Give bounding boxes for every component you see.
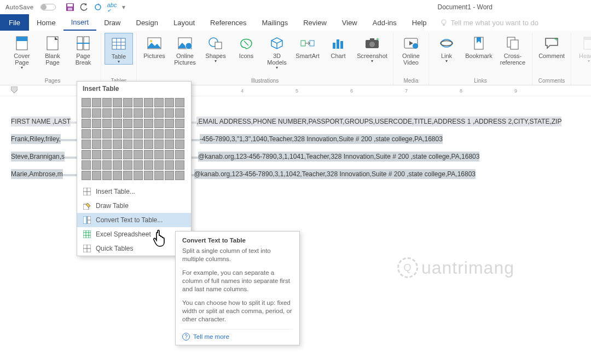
bookmark-button[interactable]: Bookmark (463, 33, 495, 66)
indent-marker-icon[interactable] (11, 86, 18, 94)
tab-review[interactable]: Review (296, 14, 334, 31)
table-grid-picker[interactable] (77, 96, 191, 184)
menu-excel-spreadsheet[interactable]: Excel Spreadsheet (77, 227, 191, 241)
grid-cell[interactable] (175, 160, 184, 170)
redo-icon[interactable] (94, 3, 102, 11)
grid-cell[interactable] (82, 150, 91, 159)
online-pictures-button[interactable]: Online Pictures (171, 33, 199, 70)
grid-cell[interactable] (113, 98, 122, 107)
tooltip-tell-me-more[interactable]: ? Tell me more (182, 329, 293, 340)
autosave-toggle[interactable] (40, 4, 56, 10)
grid-cell[interactable] (82, 98, 91, 107)
grid-cell[interactable] (113, 140, 122, 149)
grid-cell[interactable] (123, 160, 132, 170)
grid-cell[interactable] (165, 150, 174, 159)
grid-cell[interactable] (82, 119, 91, 128)
tell-me-search[interactable]: Tell me what you want to do (440, 14, 538, 31)
grid-cell[interactable] (123, 129, 132, 138)
grid-cell[interactable] (165, 119, 174, 128)
comment-button[interactable]: + Comment (536, 33, 567, 59)
table-button[interactable]: Table ▾ (105, 33, 133, 65)
grid-cell[interactable] (175, 119, 184, 128)
grid-cell[interactable] (113, 160, 122, 170)
tab-help[interactable]: Help (404, 14, 434, 31)
grid-cell[interactable] (92, 150, 101, 159)
grid-cell[interactable] (154, 129, 164, 138)
tab-addins[interactable]: Add-ins (365, 14, 404, 31)
grid-cell[interactable] (165, 129, 174, 138)
save-icon[interactable] (66, 3, 74, 11)
grid-cell[interactable] (113, 108, 122, 118)
chart-button[interactable]: Chart (324, 33, 352, 70)
grid-cell[interactable] (102, 119, 112, 128)
grid-cell[interactable] (134, 171, 143, 180)
grid-cell[interactable] (165, 98, 174, 107)
3d-models-button[interactable]: 3D Models ▾ (263, 33, 291, 70)
grid-cell[interactable] (154, 171, 164, 180)
grid-cell[interactable] (165, 160, 174, 170)
menu-draw-table[interactable]: Draw Table (77, 199, 191, 213)
grid-cell[interactable] (134, 108, 143, 118)
grid-cell[interactable] (175, 171, 184, 180)
link-button[interactable]: Link ▾ (432, 33, 461, 66)
undo-icon[interactable] (80, 3, 89, 11)
online-video-button[interactable]: Online Video (397, 33, 425, 66)
blank-page-button[interactable]: Blank Page (38, 33, 67, 70)
menu-insert-table[interactable]: Insert Table... (77, 184, 191, 199)
grid-cell[interactable] (144, 129, 153, 138)
crossref-button[interactable]: Cross- reference (497, 33, 529, 66)
menu-convert-text-to-table[interactable]: Convert Text to Table... (77, 213, 191, 227)
grid-cell[interactable] (154, 150, 164, 159)
grid-cell[interactable] (102, 108, 112, 118)
grid-cell[interactable] (165, 108, 174, 118)
grid-cell[interactable] (134, 140, 143, 149)
grid-cell[interactable] (92, 171, 101, 180)
grid-cell[interactable] (82, 160, 91, 170)
grid-cell[interactable] (175, 98, 184, 107)
grid-cell[interactable] (144, 98, 153, 107)
grid-cell[interactable] (154, 119, 164, 128)
grid-cell[interactable] (92, 129, 101, 138)
cover-page-button[interactable]: Cover Page ▾ (8, 33, 36, 70)
grid-cell[interactable] (123, 171, 132, 180)
grid-cell[interactable] (175, 129, 184, 138)
page-break-button[interactable]: Page Break (69, 33, 97, 70)
spellcheck-icon[interactable]: abc✔ (107, 2, 117, 13)
icons-button[interactable]: Icons (232, 33, 260, 70)
grid-cell[interactable] (123, 150, 132, 159)
grid-cell[interactable] (175, 108, 184, 118)
grid-cell[interactable] (102, 160, 112, 170)
screenshot-button[interactable]: + Screenshot ▾ (355, 33, 390, 70)
grid-cell[interactable] (123, 108, 132, 118)
grid-cell[interactable] (113, 129, 122, 138)
grid-cell[interactable] (134, 98, 143, 107)
pictures-button[interactable]: Pictures (140, 33, 169, 70)
grid-cell[interactable] (92, 98, 101, 107)
grid-cell[interactable] (165, 171, 174, 180)
grid-cell[interactable] (92, 160, 101, 170)
tab-insert[interactable]: Insert (63, 14, 97, 31)
tab-home[interactable]: Home (29, 14, 63, 31)
grid-cell[interactable] (82, 171, 91, 180)
grid-cell[interactable] (175, 140, 184, 149)
tab-design[interactable]: Design (129, 14, 166, 31)
menu-quick-tables[interactable]: Quick Tables ▸ (77, 241, 191, 256)
qat-more-icon[interactable]: ▾ (122, 3, 125, 11)
grid-cell[interactable] (123, 119, 132, 128)
grid-cell[interactable] (102, 171, 112, 180)
grid-cell[interactable] (82, 129, 91, 138)
tab-mailings[interactable]: Mailings (254, 14, 296, 31)
grid-cell[interactable] (102, 150, 112, 159)
grid-cell[interactable] (102, 129, 112, 138)
tab-view[interactable]: View (334, 14, 365, 31)
grid-cell[interactable] (154, 108, 164, 118)
grid-cell[interactable] (123, 98, 132, 107)
grid-cell[interactable] (144, 160, 153, 170)
grid-cell[interactable] (92, 140, 101, 149)
grid-cell[interactable] (144, 171, 153, 180)
grid-cell[interactable] (102, 98, 112, 107)
grid-cell[interactable] (134, 160, 143, 170)
grid-cell[interactable] (175, 150, 184, 159)
grid-cell[interactable] (113, 119, 122, 128)
smartart-button[interactable]: SmartArt (293, 33, 322, 70)
